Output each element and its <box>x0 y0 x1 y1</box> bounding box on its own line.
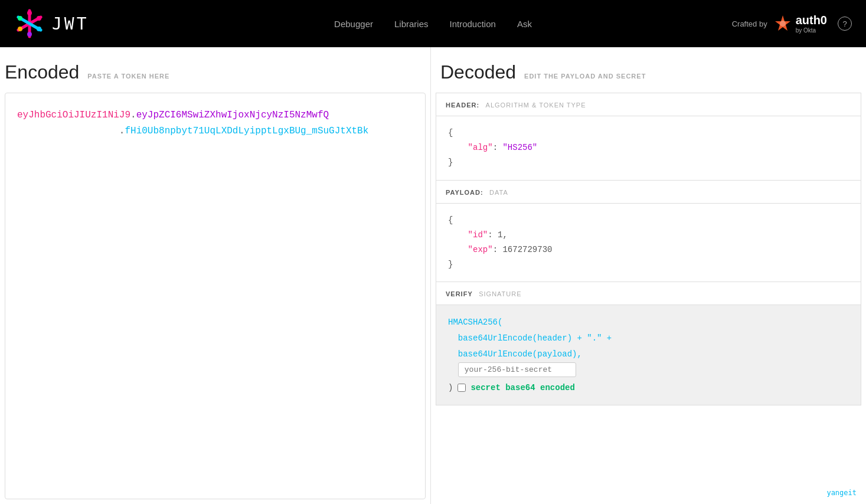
svg-point-3 <box>27 11 32 15</box>
svg-point-8 <box>37 16 41 21</box>
header-section-body[interactable]: { "alg": "HS256" } <box>436 116 861 180</box>
exp-value: 1672729730 <box>502 245 552 254</box>
base64-payload: base64UrlEncode(payload), <box>458 349 582 359</box>
header-section-header: HEADER: ALGORITHM & TOKEN TYPE <box>436 93 861 116</box>
payload-section-body[interactable]: { "id": 1, "exp": 1672729730 } <box>436 204 861 282</box>
secret-input[interactable] <box>458 362 576 377</box>
encoded-panel: Encoded PASTE A TOKEN HERE eyJhbGciOiJIU… <box>0 47 431 504</box>
auth0-text-area: auth0 by Okta <box>796 14 827 34</box>
secret-base64-label: secret base64 encoded <box>470 380 574 396</box>
payload-section-header: PAYLOAD: DATA <box>436 181 861 204</box>
encoded-subtitle: PASTE A TOKEN HERE <box>87 73 169 80</box>
payload-section: PAYLOAD: DATA { "id": 1, "exp": 16727297… <box>436 181 861 283</box>
decoded-title: Decoded <box>440 61 516 83</box>
auth0-logo: auth0 by Okta <box>773 14 827 34</box>
header: JWT Debugger Libraries Introduction Ask … <box>0 0 866 47</box>
decoded-header: Decoded EDIT THE PAYLOAD AND SECRET <box>431 47 866 93</box>
verify-label-sub: SIGNATURE <box>479 290 521 297</box>
auth0-sub-text: by Okta <box>796 27 827 34</box>
nav-debugger[interactable]: Debugger <box>334 19 373 29</box>
id-key: "id" <box>468 230 488 240</box>
payload-label: PAYLOAD: <box>446 189 483 196</box>
nav-introduction[interactable]: Introduction <box>450 19 496 29</box>
close-brace-2: } <box>448 260 453 269</box>
svg-point-6 <box>37 27 41 31</box>
svg-point-7 <box>18 27 22 31</box>
auth0-logo-icon <box>773 14 792 33</box>
verify-section: VERIFY SIGNATURE HMACSHA256( base64UrlEn… <box>436 282 861 405</box>
open-brace-2: { <box>448 215 453 225</box>
header-label: HEADER: <box>446 102 479 109</box>
auth0-brand-name: auth0 <box>796 14 827 27</box>
verify-footer: ) secret base64 encoded <box>448 380 849 396</box>
secret-checkbox[interactable] <box>457 384 466 392</box>
logo-text: JWT <box>52 14 89 34</box>
token-part3: fHi0Ub8npbyt71UqLXDdLyipptLgxBUg_mSuGJtX… <box>125 126 368 136</box>
decoded-subtitle: EDIT THE PAYLOAD AND SECRET <box>524 73 646 80</box>
svg-point-10 <box>780 21 786 27</box>
verify-body: HMACSHA256( base64UrlEncode(header) + ".… <box>436 305 861 405</box>
encoded-header: Encoded PASTE A TOKEN HERE <box>0 61 430 93</box>
logo-area: JWT <box>14 8 89 39</box>
token-part1: eyJhbGciOiJIUzI1NiJ9 <box>17 110 130 120</box>
alg-key: "alg" <box>468 143 493 152</box>
svg-point-5 <box>18 16 22 21</box>
help-button[interactable]: ? <box>838 17 852 31</box>
alg-value: "HS256" <box>502 143 537 152</box>
encoded-title: Encoded <box>5 61 79 83</box>
svg-point-4 <box>27 32 32 37</box>
nav-libraries[interactable]: Libraries <box>394 19 429 29</box>
close-paren: ) <box>448 380 453 396</box>
close-brace-1: } <box>448 158 453 167</box>
jwt-logo-icon <box>14 8 45 39</box>
header-right: Crafted by auth0 by Okta ? <box>732 14 852 34</box>
encoded-token-area[interactable]: eyJhbGciOiJIUzI1NiJ9.eyJpZCI6MSwiZXhwIjo… <box>5 93 426 499</box>
decoded-panel: Decoded EDIT THE PAYLOAD AND SECRET HEAD… <box>431 47 866 504</box>
verify-section-header: VERIFY SIGNATURE <box>436 282 861 305</box>
payload-label-sub: DATA <box>489 189 508 196</box>
header-section: HEADER: ALGORITHM & TOKEN TYPE { "alg": … <box>436 93 861 181</box>
crafted-by-label: Crafted by <box>732 19 767 28</box>
verify-label: VERIFY <box>446 290 473 297</box>
main-nav: Debugger Libraries Introduction Ask <box>334 19 532 29</box>
token-part2: eyJpZCI6MSwiZXhwIjoxNjcyNzI5NzMwfQ <box>136 110 329 120</box>
open-brace-1: { <box>448 128 453 138</box>
header-label-sub: ALGORITHM & TOKEN TYPE <box>486 102 586 109</box>
hmac-func: HMACSHA256( <box>448 318 502 327</box>
nav-ask[interactable]: Ask <box>517 19 532 29</box>
yangeit-watermark: yangeit <box>826 489 857 497</box>
base64-header: base64UrlEncode(header) + "." + <box>458 333 612 343</box>
main-content: Encoded PASTE A TOKEN HERE eyJhbGciOiJIU… <box>0 47 866 504</box>
exp-key: "exp" <box>468 245 493 254</box>
